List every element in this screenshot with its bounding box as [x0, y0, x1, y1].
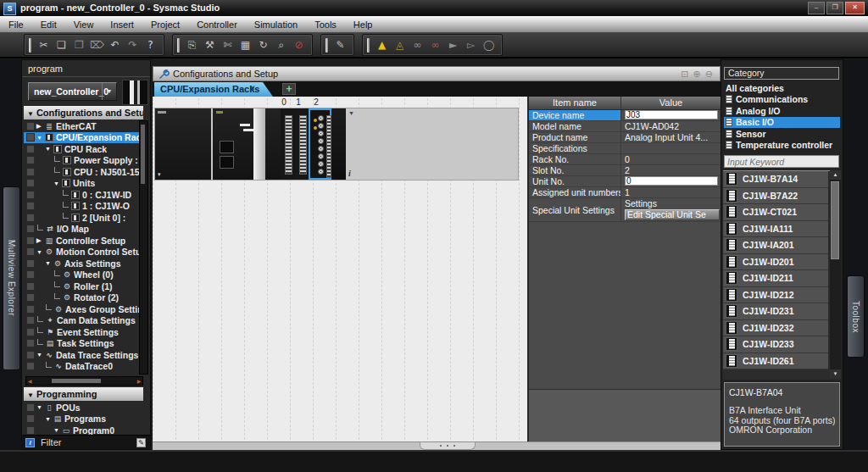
category-basic-i-o[interactable]: Basic I/O [724, 117, 840, 129]
sidebar-vertical-scrollbar[interactable] [139, 120, 148, 375]
menu-view[interactable]: View [65, 17, 103, 32]
edit-special-unit-settings-button[interactable]: Edit Special Unit Se [625, 209, 720, 220]
tree-item-cpu-rack[interactable]: ▼CPU Rack [24, 143, 143, 155]
expander-open-icon[interactable]: ▼ [45, 260, 53, 266]
tree-item-rotator-2[interactable]: ⚙Rotator (2) [24, 292, 143, 304]
abort-icon[interactable]: ⊘ [290, 36, 308, 54]
copy-icon[interactable]: ❏ [53, 36, 70, 54]
expander-open-icon[interactable]: ▼ [36, 352, 45, 358]
warning-off-icon[interactable]: ◬ [391, 36, 409, 54]
filter-edit-icon[interactable]: ✎ [136, 438, 146, 447]
step-icon[interactable]: ▻ [462, 36, 480, 54]
expander-open-icon[interactable]: ▼ [45, 146, 53, 152]
slot-1-unit[interactable] [295, 108, 309, 180]
menu-file[interactable]: File [0, 17, 32, 32]
menu-project[interactable]: Project [142, 17, 188, 32]
scrollbar-thumb[interactable] [52, 379, 101, 383]
add-tab-button[interactable]: + [282, 83, 296, 95]
monitor-icon[interactable]: ▦ [236, 36, 254, 54]
property-input-unit-no[interactable] [625, 176, 718, 186]
menu-edit[interactable]: Edit [32, 17, 65, 32]
tree-item-i-o-map[interactable]: ⇄I/O Map [24, 224, 143, 236]
unit-item-cj1w-id212[interactable]: CJ1W-ID212 [723, 287, 828, 304]
expander-open-icon[interactable]: ▼ [36, 249, 45, 255]
export-icon[interactable]: ⎘ [183, 36, 201, 54]
tree-item-wheel-0[interactable]: ⚙Wheel (0) [24, 269, 143, 281]
expander-closed-icon[interactable]: ▶ [36, 123, 45, 130]
unit-item-cj1w-id232[interactable]: CJ1W-ID232 [723, 320, 828, 337]
scroll-left-icon[interactable]: ◀ [26, 378, 33, 384]
tree-item-2-unit-0[interactable]: 2 [Unit 0] : [24, 212, 143, 224]
tree-item-axis-settings[interactable]: ▼⚙Axis Settings [24, 258, 143, 269]
tab-close-icon[interactable]: ✕ [249, 85, 256, 92]
expander-open-icon[interactable]: ▼ [36, 135, 45, 141]
info-icon[interactable]: i [25, 438, 35, 447]
multiview-explorer-tab[interactable]: Multiview Explorer [3, 186, 20, 370]
unit-item-cj1w-b7a22[interactable]: CJ1W-B7A22 [723, 188, 828, 205]
scroll-right-icon[interactable]: ▶ [136, 378, 142, 384]
watch-icon[interactable]: ∞ [409, 36, 426, 54]
tree-item-cpu-expansion-racks[interactable]: ▼CPU/Expansion Racks [24, 132, 143, 144]
sync-icon[interactable]: ↻ [254, 36, 272, 54]
expander-open-icon[interactable]: ▼ [53, 427, 62, 433]
tree-item-controller-setup[interactable]: ▶▥Controller Setup [24, 235, 143, 247]
unit-item-cj1w-id201[interactable]: CJ1W-ID201 [723, 254, 828, 271]
help-icon[interactable]: ? [142, 36, 159, 54]
group-grip[interactable] [326, 38, 328, 53]
menu-tools[interactable]: Tools [306, 17, 345, 32]
slot-0-unit[interactable] [281, 108, 295, 180]
scroll-up-icon[interactable]: ▲ [830, 170, 841, 180]
search-icon[interactable]: ⌕ [272, 36, 290, 54]
tree-item-roller-1[interactable]: ⚙Roller (1) [24, 280, 143, 292]
rack-expand-icon[interactable]: ▼ [348, 110, 354, 116]
minimize-button[interactable]: – [808, 2, 825, 14]
warning-icon[interactable]: ▲ [373, 36, 391, 54]
unit-item-cj1w-ct021[interactable]: CJ1W-CT021 [723, 204, 828, 221]
toolbox-tab[interactable]: Toolbox [847, 275, 865, 358]
tree-item-event-settings[interactable]: ⚑Event Settings [24, 326, 143, 338]
group-grip[interactable] [177, 38, 180, 53]
category-temperature-controller[interactable]: Temperature controller [724, 140, 840, 152]
rack-canvas[interactable]: 012 ▾ ▼ i [153, 97, 527, 441]
sidebar-horizontal-scrollbar[interactable]: ◀ ▶ [25, 376, 143, 386]
build-icon[interactable]: ⚒ [201, 36, 219, 54]
expander-open-icon[interactable]: ▼ [36, 404, 45, 410]
tree-item-programs[interactable]: ▼▤Programs [24, 414, 143, 425]
unit-item-cj1w-ia201[interactable]: CJ1W-IA201 [723, 237, 828, 254]
category-analog-i-o[interactable]: Analog I/O [724, 105, 840, 117]
menu-controller[interactable]: Controller [188, 17, 246, 32]
redo-icon[interactable]: ↷ [124, 36, 142, 54]
category-sensor[interactable]: Sensor [724, 128, 840, 140]
tree-item-units[interactable]: ▼Units [24, 178, 143, 190]
section-header-configurations[interactable]: ▼Configurations and Setup [24, 106, 143, 119]
scrollbar-thumb[interactable] [141, 125, 145, 184]
section-header-programming[interactable]: ▼Programming [24, 387, 143, 401]
watch-stop-icon[interactable]: ∞ [426, 36, 444, 54]
tree-item-task-settings[interactable]: ▤Task Settings [24, 338, 143, 350]
end-cover-unit[interactable] [331, 108, 346, 180]
undo-icon[interactable]: ↶ [106, 36, 124, 54]
paste-icon[interactable]: ❐ [70, 36, 88, 54]
unit-item-cj1w-id233[interactable]: CJ1W-ID233 [723, 336, 828, 353]
tree-item-data-trace-settings[interactable]: ▼∿Data Trace Settings [24, 349, 143, 361]
zoom-in-icon[interactable]: ⊕ [693, 69, 701, 79]
menu-simulation[interactable]: Simulation [246, 17, 306, 32]
splitter-handle[interactable] [420, 442, 476, 450]
power-supply-unit[interactable]: ▾ [155, 108, 211, 180]
menu-insert[interactable]: Insert [102, 17, 142, 32]
cut-icon[interactable]: ✂ [35, 36, 53, 54]
unit-item-cj1w-id231[interactable]: CJ1W-ID231 [723, 303, 828, 320]
cpu-unit[interactable] [213, 108, 281, 180]
category-communications[interactable]: Communications [724, 94, 840, 106]
group-grip[interactable] [367, 38, 370, 53]
edit-rack-icon[interactable]: ✎ [331, 36, 349, 54]
expander-closed-icon[interactable]: ▶ [36, 237, 45, 244]
controller-selector-dropdown[interactable]: new_Controller_0 ▼ [28, 82, 117, 101]
unit-item-cj1w-b7a14[interactable]: CJ1W-B7A14 [723, 171, 828, 188]
tree-item-1-cj1w-o[interactable]: 1 : CJ1W-O [24, 201, 143, 213]
tree-item-motion-control-setup[interactable]: ▼⚙Motion Control Setup [24, 247, 143, 258]
unit-item-cj1w-id261[interactable]: CJ1W-ID261 [723, 353, 828, 370]
horizontal-splitter[interactable] [153, 441, 721, 450]
slot-2-unit-selected[interactable] [309, 108, 331, 180]
tree-item-pous[interactable]: ▼▯POUs [24, 402, 143, 414]
